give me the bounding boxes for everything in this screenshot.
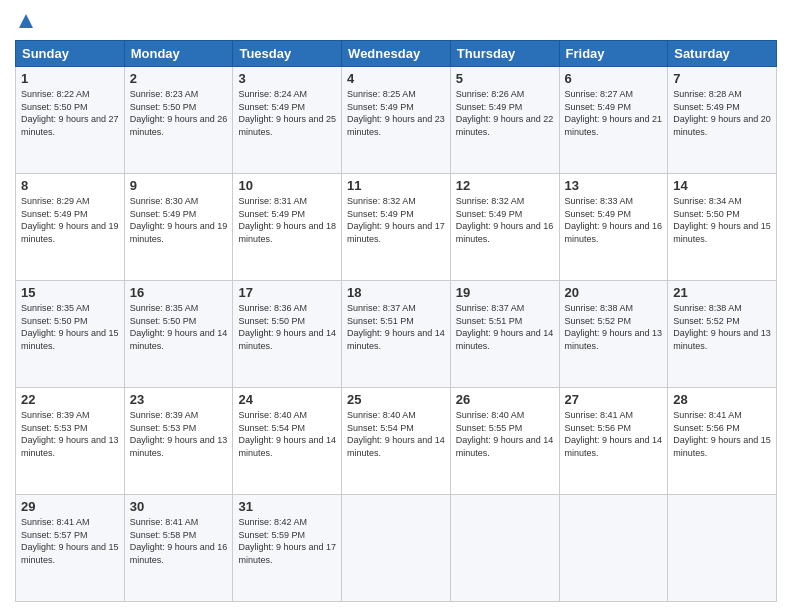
day-number: 24	[238, 392, 336, 407]
calendar-day-cell: 14Sunrise: 8:34 AMSunset: 5:50 PMDayligh…	[668, 174, 777, 281]
day-number: 9	[130, 178, 228, 193]
calendar-day-cell: 2Sunrise: 8:23 AMSunset: 5:50 PMDaylight…	[124, 67, 233, 174]
col-wednesday: Wednesday	[342, 41, 451, 67]
day-number: 20	[565, 285, 663, 300]
calendar-day-cell: 13Sunrise: 8:33 AMSunset: 5:49 PMDayligh…	[559, 174, 668, 281]
day-info: Sunrise: 8:32 AMSunset: 5:49 PMDaylight:…	[347, 195, 445, 245]
day-number: 2	[130, 71, 228, 86]
calendar-day-cell: 22Sunrise: 8:39 AMSunset: 5:53 PMDayligh…	[16, 388, 125, 495]
header-row: Sunday Monday Tuesday Wednesday Thursday…	[16, 41, 777, 67]
day-info: Sunrise: 8:27 AMSunset: 5:49 PMDaylight:…	[565, 88, 663, 138]
day-number: 7	[673, 71, 771, 86]
calendar-day-cell: 11Sunrise: 8:32 AMSunset: 5:49 PMDayligh…	[342, 174, 451, 281]
day-number: 27	[565, 392, 663, 407]
day-info: Sunrise: 8:39 AMSunset: 5:53 PMDaylight:…	[130, 409, 228, 459]
day-info: Sunrise: 8:35 AMSunset: 5:50 PMDaylight:…	[130, 302, 228, 352]
day-number: 21	[673, 285, 771, 300]
logo	[15, 10, 37, 32]
calendar-day-cell: 26Sunrise: 8:40 AMSunset: 5:55 PMDayligh…	[450, 388, 559, 495]
calendar-week-row: 8Sunrise: 8:29 AMSunset: 5:49 PMDaylight…	[16, 174, 777, 281]
day-info: Sunrise: 8:39 AMSunset: 5:53 PMDaylight:…	[21, 409, 119, 459]
day-info: Sunrise: 8:40 AMSunset: 5:54 PMDaylight:…	[238, 409, 336, 459]
day-info: Sunrise: 8:41 AMSunset: 5:56 PMDaylight:…	[673, 409, 771, 459]
col-monday: Monday	[124, 41, 233, 67]
svg-marker-0	[19, 14, 33, 28]
day-number: 13	[565, 178, 663, 193]
day-info: Sunrise: 8:41 AMSunset: 5:57 PMDaylight:…	[21, 516, 119, 566]
day-info: Sunrise: 8:25 AMSunset: 5:49 PMDaylight:…	[347, 88, 445, 138]
day-info: Sunrise: 8:37 AMSunset: 5:51 PMDaylight:…	[347, 302, 445, 352]
calendar-day-cell: 24Sunrise: 8:40 AMSunset: 5:54 PMDayligh…	[233, 388, 342, 495]
calendar-day-cell: 18Sunrise: 8:37 AMSunset: 5:51 PMDayligh…	[342, 281, 451, 388]
day-info: Sunrise: 8:38 AMSunset: 5:52 PMDaylight:…	[673, 302, 771, 352]
day-info: Sunrise: 8:33 AMSunset: 5:49 PMDaylight:…	[565, 195, 663, 245]
calendar-day-cell	[668, 495, 777, 602]
calendar-body: 1Sunrise: 8:22 AMSunset: 5:50 PMDaylight…	[16, 67, 777, 602]
calendar-day-cell: 25Sunrise: 8:40 AMSunset: 5:54 PMDayligh…	[342, 388, 451, 495]
calendar-day-cell: 3Sunrise: 8:24 AMSunset: 5:49 PMDaylight…	[233, 67, 342, 174]
col-thursday: Thursday	[450, 41, 559, 67]
calendar-day-cell: 17Sunrise: 8:36 AMSunset: 5:50 PMDayligh…	[233, 281, 342, 388]
calendar-day-cell: 23Sunrise: 8:39 AMSunset: 5:53 PMDayligh…	[124, 388, 233, 495]
calendar-day-cell	[559, 495, 668, 602]
day-info: Sunrise: 8:40 AMSunset: 5:55 PMDaylight:…	[456, 409, 554, 459]
day-info: Sunrise: 8:31 AMSunset: 5:49 PMDaylight:…	[238, 195, 336, 245]
day-number: 28	[673, 392, 771, 407]
calendar-week-row: 29Sunrise: 8:41 AMSunset: 5:57 PMDayligh…	[16, 495, 777, 602]
day-number: 11	[347, 178, 445, 193]
day-info: Sunrise: 8:32 AMSunset: 5:49 PMDaylight:…	[456, 195, 554, 245]
calendar-table: Sunday Monday Tuesday Wednesday Thursday…	[15, 40, 777, 602]
day-info: Sunrise: 8:26 AMSunset: 5:49 PMDaylight:…	[456, 88, 554, 138]
day-info: Sunrise: 8:35 AMSunset: 5:50 PMDaylight:…	[21, 302, 119, 352]
day-number: 10	[238, 178, 336, 193]
day-number: 23	[130, 392, 228, 407]
day-info: Sunrise: 8:22 AMSunset: 5:50 PMDaylight:…	[21, 88, 119, 138]
day-info: Sunrise: 8:36 AMSunset: 5:50 PMDaylight:…	[238, 302, 336, 352]
calendar-day-cell: 31Sunrise: 8:42 AMSunset: 5:59 PMDayligh…	[233, 495, 342, 602]
calendar-day-cell: 12Sunrise: 8:32 AMSunset: 5:49 PMDayligh…	[450, 174, 559, 281]
logo-area	[15, 10, 37, 32]
day-number: 8	[21, 178, 119, 193]
day-info: Sunrise: 8:40 AMSunset: 5:54 PMDaylight:…	[347, 409, 445, 459]
day-number: 29	[21, 499, 119, 514]
day-number: 18	[347, 285, 445, 300]
page: Sunday Monday Tuesday Wednesday Thursday…	[0, 0, 792, 612]
day-number: 5	[456, 71, 554, 86]
day-number: 31	[238, 499, 336, 514]
day-number: 19	[456, 285, 554, 300]
day-number: 1	[21, 71, 119, 86]
calendar-day-cell: 29Sunrise: 8:41 AMSunset: 5:57 PMDayligh…	[16, 495, 125, 602]
day-info: Sunrise: 8:28 AMSunset: 5:49 PMDaylight:…	[673, 88, 771, 138]
calendar-day-cell: 10Sunrise: 8:31 AMSunset: 5:49 PMDayligh…	[233, 174, 342, 281]
calendar-day-cell: 16Sunrise: 8:35 AMSunset: 5:50 PMDayligh…	[124, 281, 233, 388]
calendar-header: Sunday Monday Tuesday Wednesday Thursday…	[16, 41, 777, 67]
calendar-day-cell: 7Sunrise: 8:28 AMSunset: 5:49 PMDaylight…	[668, 67, 777, 174]
calendar-week-row: 22Sunrise: 8:39 AMSunset: 5:53 PMDayligh…	[16, 388, 777, 495]
calendar-day-cell: 20Sunrise: 8:38 AMSunset: 5:52 PMDayligh…	[559, 281, 668, 388]
day-number: 4	[347, 71, 445, 86]
day-info: Sunrise: 8:37 AMSunset: 5:51 PMDaylight:…	[456, 302, 554, 352]
day-number: 15	[21, 285, 119, 300]
day-number: 30	[130, 499, 228, 514]
day-number: 6	[565, 71, 663, 86]
day-number: 22	[21, 392, 119, 407]
header	[15, 10, 777, 32]
day-info: Sunrise: 8:41 AMSunset: 5:58 PMDaylight:…	[130, 516, 228, 566]
day-info: Sunrise: 8:30 AMSunset: 5:49 PMDaylight:…	[130, 195, 228, 245]
day-number: 3	[238, 71, 336, 86]
calendar-day-cell: 1Sunrise: 8:22 AMSunset: 5:50 PMDaylight…	[16, 67, 125, 174]
col-saturday: Saturday	[668, 41, 777, 67]
day-info: Sunrise: 8:24 AMSunset: 5:49 PMDaylight:…	[238, 88, 336, 138]
day-number: 25	[347, 392, 445, 407]
calendar-day-cell: 5Sunrise: 8:26 AMSunset: 5:49 PMDaylight…	[450, 67, 559, 174]
calendar-day-cell: 30Sunrise: 8:41 AMSunset: 5:58 PMDayligh…	[124, 495, 233, 602]
calendar-day-cell: 4Sunrise: 8:25 AMSunset: 5:49 PMDaylight…	[342, 67, 451, 174]
day-info: Sunrise: 8:42 AMSunset: 5:59 PMDaylight:…	[238, 516, 336, 566]
calendar-day-cell: 9Sunrise: 8:30 AMSunset: 5:49 PMDaylight…	[124, 174, 233, 281]
day-number: 17	[238, 285, 336, 300]
day-info: Sunrise: 8:38 AMSunset: 5:52 PMDaylight:…	[565, 302, 663, 352]
day-number: 14	[673, 178, 771, 193]
calendar-day-cell	[450, 495, 559, 602]
day-info: Sunrise: 8:41 AMSunset: 5:56 PMDaylight:…	[565, 409, 663, 459]
calendar-day-cell: 28Sunrise: 8:41 AMSunset: 5:56 PMDayligh…	[668, 388, 777, 495]
